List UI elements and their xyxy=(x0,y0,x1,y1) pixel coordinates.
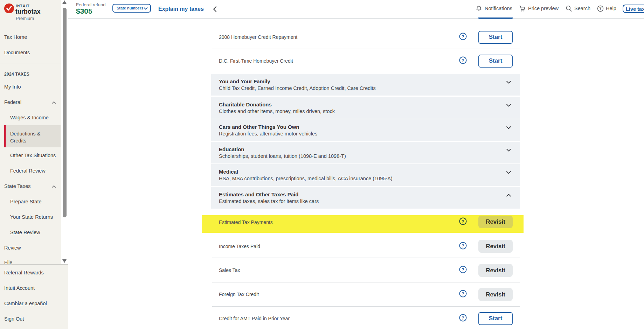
svg-text:?: ? xyxy=(599,6,601,10)
svg-text:?: ? xyxy=(462,58,464,63)
svg-text:?: ? xyxy=(462,315,464,321)
svg-text:?: ? xyxy=(462,267,464,272)
svg-text:?: ? xyxy=(462,219,464,224)
svg-text:?: ? xyxy=(462,34,464,39)
svg-text:?: ? xyxy=(462,243,464,248)
svg-text:?: ? xyxy=(462,291,464,296)
